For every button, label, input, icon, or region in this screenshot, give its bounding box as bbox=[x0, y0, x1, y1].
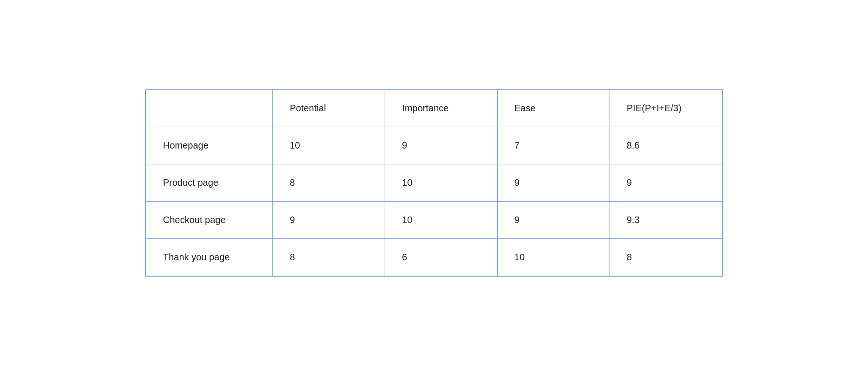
table-row: Homepage10978.6 bbox=[146, 127, 722, 164]
cell-ease: 7 bbox=[497, 127, 610, 164]
table-header-row: Potential Importance Ease PIE(P+I+E/3) bbox=[146, 90, 722, 127]
header-label bbox=[146, 90, 273, 127]
table-row: Thank you page86108 bbox=[146, 239, 722, 276]
cell-label: Checkout page bbox=[146, 202, 273, 239]
cell-pie: 9.3 bbox=[610, 202, 722, 239]
header-pie: PIE(P+I+E/3) bbox=[610, 90, 722, 127]
cell-importance: 6 bbox=[385, 239, 497, 276]
cell-label: Product page bbox=[146, 164, 273, 202]
cell-label: Homepage bbox=[146, 127, 273, 164]
header-ease: Ease bbox=[497, 90, 610, 127]
cell-ease: 10 bbox=[497, 239, 610, 276]
cell-potential: 8 bbox=[273, 239, 385, 276]
cell-pie: 8.6 bbox=[610, 127, 722, 164]
table-row: Checkout page91099.3 bbox=[146, 202, 722, 239]
cell-pie: 9 bbox=[610, 164, 722, 202]
table-row: Product page81099 bbox=[146, 164, 722, 202]
header-importance: Importance bbox=[385, 90, 497, 127]
cell-label: Thank you page bbox=[146, 239, 273, 276]
cell-importance: 10 bbox=[385, 202, 497, 239]
pie-table: Potential Importance Ease PIE(P+I+E/3) H… bbox=[146, 90, 722, 276]
cell-potential: 10 bbox=[273, 127, 385, 164]
cell-ease: 9 bbox=[497, 202, 610, 239]
cell-potential: 8 bbox=[273, 164, 385, 202]
cell-importance: 9 bbox=[385, 127, 497, 164]
header-potential: Potential bbox=[273, 90, 385, 127]
cell-potential: 9 bbox=[273, 202, 385, 239]
cell-pie: 8 bbox=[610, 239, 722, 276]
pie-table-container: Potential Importance Ease PIE(P+I+E/3) H… bbox=[145, 89, 723, 277]
cell-ease: 9 bbox=[497, 164, 610, 202]
cell-importance: 10 bbox=[385, 164, 497, 202]
